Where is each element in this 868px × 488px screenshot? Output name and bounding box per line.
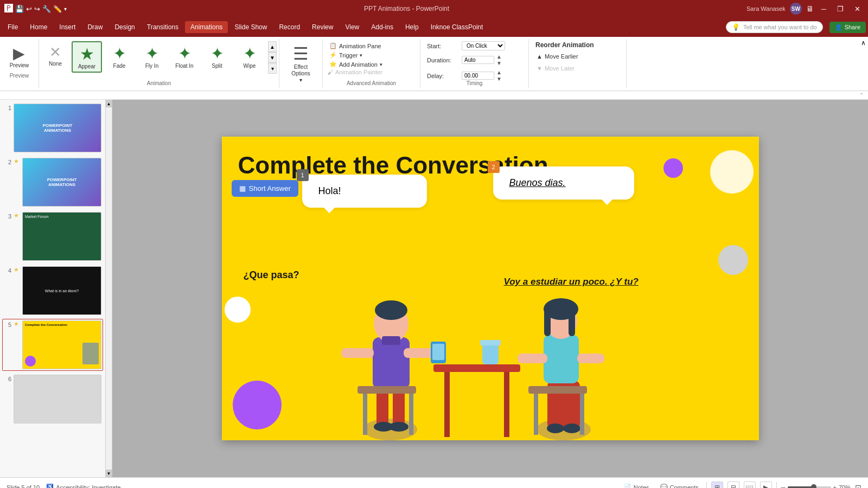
scroll-up-button[interactable]: ▲ — [106, 100, 112, 107]
dropdown-icon[interactable]: ▾ — [64, 6, 67, 12]
close-button[interactable]: ✕ — [851, 5, 864, 13]
menu-file[interactable]: File — [2, 21, 23, 33]
scroll-down-button[interactable]: ▼ — [106, 470, 112, 477]
user-avatar[interactable]: SW — [790, 3, 802, 15]
fade-label: Fade — [113, 63, 126, 69]
restore-button[interactable]: ❐ — [834, 5, 847, 13]
menu-slideshow[interactable]: Slide Show — [229, 21, 272, 33]
anim-fade-button[interactable]: ✦ Fade — [104, 41, 135, 72]
menu-design[interactable]: Design — [109, 21, 140, 33]
wipe-label: Wipe — [244, 63, 256, 69]
menu-animations[interactable]: Animations — [185, 21, 228, 33]
zoom-slider[interactable] — [788, 486, 831, 489]
menu-review[interactable]: Review — [307, 21, 339, 33]
slide-panel-scrollbar[interactable]: ▲ ▼ — [106, 100, 112, 477]
slide-number-1: 1 — [4, 105, 11, 111]
floatin-icon: ✦ — [178, 44, 192, 63]
timing-duration-row: Duration: ▲ ▼ — [427, 54, 502, 66]
slide-item-5[interactable]: 5 ★ Complete the Conversation — [2, 319, 103, 371]
trigger-dropdown[interactable]: ▾ — [360, 53, 362, 58]
duration-up[interactable]: ▲ — [496, 54, 502, 60]
add-animation-button[interactable]: ⭐ Add Animation ▾ — [327, 60, 385, 69]
anim-appear-button[interactable]: ★ Appear — [72, 41, 102, 73]
floatin-label: Float In — [175, 63, 193, 69]
menu-home[interactable]: Home — [24, 21, 53, 33]
slide-info: Slide 5 of 10 — [7, 484, 40, 489]
short-answer-button[interactable]: ▦ Short Answer — [232, 180, 298, 197]
animation-painter-button[interactable]: 🖌 Animation Painter — [327, 69, 382, 75]
tell-me-label[interactable]: Tell me what you want to do — [743, 24, 817, 30]
slide-item-1[interactable]: 1 POWERPOINTANIMATIONS — [2, 102, 103, 154]
slide-thumbnail-2: POWERPOINTANIMATIONS — [22, 158, 101, 207]
slide-item-2[interactable]: 2 ★ POWERPOINTANIMATIONS — [2, 156, 103, 208]
svg-point-7 — [389, 422, 409, 432]
ribbon-collapse-button[interactable]: ∧ — [861, 39, 866, 47]
comments-button[interactable]: 💬 Comments — [657, 483, 702, 488]
slide-item-4[interactable]: 4 ★ What is in an Atom? — [2, 265, 103, 317]
accessibility-badge[interactable]: ♿ Accessibility: Investigate — [46, 484, 120, 488]
speech-bubble-2: 2 Buenos dias. — [493, 166, 634, 200]
move-later-icon: ▼ — [537, 65, 542, 72]
add-animation-dropdown[interactable]: ▾ — [380, 62, 382, 67]
expand-ribbon-button[interactable]: ⌃ — [859, 92, 864, 98]
animation-pane-button[interactable]: 📋 Animation Pane — [327, 41, 384, 50]
scroll-down-button[interactable]: ▼ — [268, 52, 277, 63]
delay-up[interactable]: ▲ — [496, 69, 502, 75]
fit-button[interactable]: ⊡ — [855, 483, 861, 489]
zoom-in-button[interactable]: + — [833, 484, 837, 489]
duration-down[interactable]: ▼ — [496, 60, 502, 66]
move-later-button[interactable]: ▼ Move Later — [535, 64, 576, 73]
slide-number-4: 4 — [4, 267, 11, 274]
flyin-label: Fly In — [145, 63, 158, 69]
anim-flyin-button[interactable]: ✦ Fly In — [137, 41, 167, 72]
scroll-up-button[interactable]: ▲ — [268, 41, 277, 52]
slide-thumbnail-4: What is in an Atom? — [22, 266, 101, 315]
move-earlier-button[interactable]: ▲ Move Earlier — [535, 52, 579, 61]
redo-icon[interactable]: ↪ — [34, 5, 40, 13]
reading-view-button[interactable]: 📖 — [744, 481, 756, 489]
anim-floatin-button[interactable]: ✦ Float In — [169, 41, 200, 72]
circle-white-large — [710, 150, 754, 194]
pen-icon[interactable]: ✏️ — [53, 5, 62, 13]
undo-icon[interactable]: ↩ — [26, 5, 32, 13]
minimize-button[interactable]: ─ — [818, 5, 829, 13]
scroll-more-button[interactable]: ▾ — [268, 63, 277, 74]
menu-help[interactable]: Help — [400, 21, 424, 33]
slideshow-view-button[interactable]: ▶ — [760, 481, 772, 489]
duration-input[interactable] — [462, 56, 494, 64]
start-select[interactable]: On Click With Previous After Previous — [462, 41, 505, 50]
display-mode-icon[interactable]: 🖥 — [806, 4, 814, 13]
anim-none-button[interactable]: ✕ None — [41, 41, 69, 69]
zoom-out-button[interactable]: ─ — [781, 484, 786, 489]
notes-button[interactable]: 📄 Notes — [621, 483, 653, 488]
anim-wipe-button[interactable]: ✦ Wipe — [234, 41, 265, 72]
effect-options-dropdown[interactable]: ▾ — [299, 77, 302, 83]
share-button[interactable]: 👤 Share — [829, 22, 866, 33]
flyin-icon: ✦ — [145, 44, 159, 63]
split-icon: ✦ — [210, 44, 224, 63]
zoom-percent[interactable]: 70% — [839, 484, 851, 489]
slide-item-3[interactable]: 3 ★ Market Forum — [2, 210, 103, 262]
svg-rect-14 — [382, 336, 400, 345]
menu-transitions[interactable]: Transitions — [142, 21, 184, 33]
menu-classpoint[interactable]: Inknoe ClassPoint — [425, 21, 489, 33]
anim-split-button[interactable]: ✦ Split — [202, 41, 232, 72]
menu-addins[interactable]: Add-ins — [366, 21, 399, 33]
delay-input[interactable] — [462, 72, 494, 80]
menu-draw[interactable]: Draw — [82, 21, 108, 33]
slide-sorter-button[interactable]: ⊟ — [727, 481, 739, 489]
quick-access-icon[interactable]: 🔧 — [42, 5, 51, 13]
menu-view[interactable]: View — [340, 21, 365, 33]
svg-rect-23 — [544, 309, 551, 336]
trigger-button[interactable]: ⚡ Trigger ▾ — [327, 50, 365, 60]
menu-insert[interactable]: Insert — [54, 21, 81, 33]
quick-save-icon[interactable]: 💾 — [15, 5, 24, 13]
delay-down[interactable]: ▼ — [496, 76, 502, 82]
slide-item-6[interactable]: 6 — [2, 373, 103, 425]
effect-options-button[interactable]: ☰ EffectOptions ▾ — [287, 41, 314, 85]
preview-button[interactable]: ▶ Preview — [3, 41, 36, 72]
menu-record[interactable]: Record — [273, 21, 305, 33]
animation-group-label: Animation — [147, 79, 171, 86]
normal-view-button[interactable]: ⊞ — [711, 481, 723, 489]
tell-me-search-bar[interactable]: 💡 Tell me what you want to do — [726, 21, 823, 33]
